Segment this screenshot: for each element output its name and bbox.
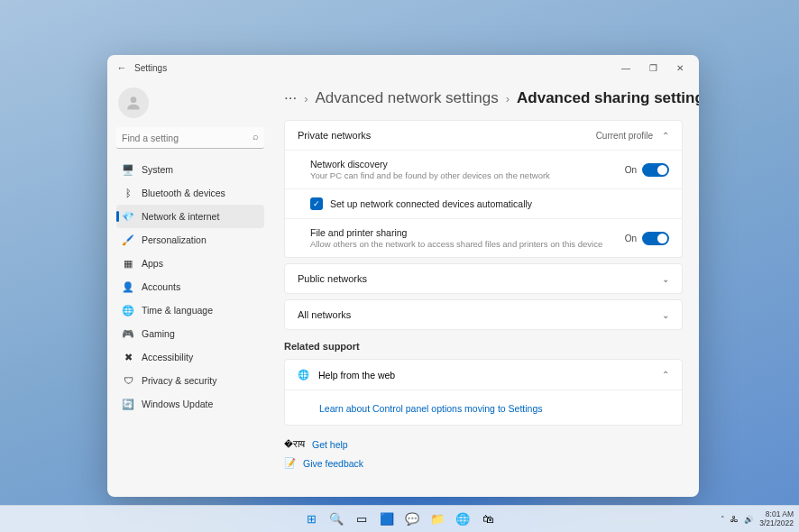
nav-icon: ✖ xyxy=(122,351,134,363)
clock[interactable]: 8:01 AM 3/21/2022 xyxy=(759,510,794,527)
row-subtitle: Allow others on the network to access sh… xyxy=(310,239,625,249)
nav-icon: 🌐 xyxy=(122,304,134,316)
breadcrumb-parent[interactable]: Advanced network settings xyxy=(316,89,499,107)
chevron-down-icon: ⌄ xyxy=(662,310,669,320)
breadcrumb-more[interactable]: ··· xyxy=(284,89,297,107)
nav-label: Bluetooth & devices xyxy=(142,188,225,198)
nav-icon: 🖌️ xyxy=(122,234,134,246)
edge-icon[interactable]: 🌐 xyxy=(452,509,473,530)
nav-icon: ᛒ xyxy=(122,187,134,199)
nav-label: Gaming xyxy=(142,328,175,339)
help-web-label: Help from the web xyxy=(318,370,653,381)
sidebar-item-gaming[interactable]: 🎮Gaming xyxy=(116,322,264,345)
widgets-icon[interactable]: 🟦 xyxy=(376,509,398,530)
all-networks-card: All networks ⌄ xyxy=(284,299,683,330)
tray-chevron-icon[interactable]: ˄ xyxy=(721,515,725,524)
system-tray[interactable]: ˄ 🖧 🔊 8:01 AM 3/21/2022 xyxy=(721,510,794,527)
settings-window: ← Settings — ❐ ✕ ⌕ 🖥️SystemᛒBluetooth & … xyxy=(107,55,699,497)
control-panel-link[interactable]: Learn about Control panel options moving… xyxy=(319,403,543,414)
nav-label: Time & language xyxy=(142,305,213,316)
search-taskbar-icon[interactable]: 🔍 xyxy=(326,509,347,530)
globe-icon: 🌐 xyxy=(298,369,309,381)
close-button[interactable]: ✕ xyxy=(666,55,693,80)
row-title: File and printer sharing xyxy=(310,227,625,238)
nav-icon: 👤 xyxy=(122,280,134,293)
minimize-button[interactable]: — xyxy=(612,55,639,80)
sidebar-item-bluetooth-devices[interactable]: ᛒBluetooth & devices xyxy=(116,181,264,205)
sidebar-item-accounts[interactable]: 👤Accounts xyxy=(116,275,264,298)
auto-setup-row: ✓ Set up network connected devices autom… xyxy=(285,188,682,218)
all-networks-header[interactable]: All networks ⌄ xyxy=(285,300,682,329)
nav-label: Personalization xyxy=(142,234,207,245)
start-button[interactable]: ⊞ xyxy=(300,509,322,530)
row-subtitle: Your PC can find and be found by other d… xyxy=(310,170,625,180)
search-box[interactable]: ⌕ xyxy=(116,127,264,149)
private-networks-card: Private networks Current profile ⌃ Netwo… xyxy=(284,120,683,258)
chevron-down-icon: ⌄ xyxy=(662,274,669,284)
window-title: Settings xyxy=(134,63,167,73)
private-networks-header[interactable]: Private networks Current profile ⌃ xyxy=(285,121,682,150)
explorer-icon[interactable]: 📁 xyxy=(427,509,448,530)
svg-point-0 xyxy=(131,96,137,103)
nav-icon: 🖥️ xyxy=(122,163,134,176)
nav-icon: 🛡 xyxy=(122,374,134,387)
nav-label: Network & internet xyxy=(142,211,219,222)
store-icon[interactable]: 🛍 xyxy=(477,509,499,530)
file-sharing-row: File and printer sharing Allow others on… xyxy=(285,218,682,257)
sidebar-item-accessibility[interactable]: ✖Accessibility xyxy=(116,345,264,369)
card-title: Private networks xyxy=(298,130,371,141)
volume-tray-icon[interactable]: 🔊 xyxy=(744,515,754,524)
sidebar-item-privacy-security[interactable]: 🛡Privacy & security xyxy=(116,369,264,392)
search-input[interactable] xyxy=(116,127,264,149)
avatar[interactable] xyxy=(118,87,149,118)
back-button[interactable]: ← xyxy=(113,62,131,73)
public-networks-header[interactable]: Public networks ⌄ xyxy=(285,264,682,293)
feedback-icon: 📝 xyxy=(284,457,296,469)
search-icon: ⌕ xyxy=(253,131,259,142)
maximize-button[interactable]: ❐ xyxy=(639,55,666,80)
sidebar: ⌕ 🖥️SystemᛒBluetooth & devices💎Network &… xyxy=(107,80,271,497)
chevron-up-icon: ⌃ xyxy=(662,370,669,380)
nav-icon: ▦ xyxy=(122,257,134,270)
network-discovery-toggle[interactable] xyxy=(642,163,669,177)
nav-label: System xyxy=(142,164,173,175)
nav-label: Accounts xyxy=(142,281,180,292)
related-support-heading: Related support xyxy=(284,341,683,352)
file-sharing-toggle[interactable] xyxy=(642,232,669,245)
help-web-header[interactable]: 🌐 Help from the web ⌃ xyxy=(285,360,682,390)
network-discovery-row: Network discovery Your PC can find and b… xyxy=(285,150,682,188)
sidebar-item-personalization[interactable]: 🖌️Personalization xyxy=(116,228,264,252)
toggle-state: On xyxy=(625,234,637,243)
nav-label: Apps xyxy=(142,258,163,269)
chat-icon[interactable]: 💬 xyxy=(401,509,423,530)
help-web-card: 🌐 Help from the web ⌃ Learn about Contro… xyxy=(284,359,683,426)
nav-icon: 🔄 xyxy=(122,398,134,410)
sidebar-item-apps[interactable]: ▦Apps xyxy=(116,252,264,275)
row-title: Network discovery xyxy=(310,159,625,170)
chevron-right-icon: › xyxy=(506,92,510,105)
nav-label: Privacy & security xyxy=(142,375,216,386)
taskbar: ⊞ 🔍 ▭ 🟦 💬 📁 🌐 🛍 ˄ 🖧 🔊 8:01 AM 3/21/2022 xyxy=(0,505,799,532)
toggle-state: On xyxy=(625,165,637,175)
nav-icon: 🎮 xyxy=(122,327,134,340)
nav-list: 🖥️SystemᛒBluetooth & devices💎Network & i… xyxy=(116,158,264,416)
card-title: Public networks xyxy=(298,273,367,284)
task-view-icon[interactable]: ▭ xyxy=(351,509,372,530)
sidebar-item-network-internet[interactable]: 💎Network & internet xyxy=(116,205,264,228)
sidebar-item-system[interactable]: 🖥️System xyxy=(116,158,264,181)
auto-setup-checkbox[interactable]: ✓ xyxy=(310,197,323,210)
get-help-link[interactable]: Get help xyxy=(312,439,348,450)
network-tray-icon[interactable]: 🖧 xyxy=(730,515,739,524)
current-profile-badge: Current profile xyxy=(596,131,653,141)
help-icon: �राय xyxy=(284,438,305,450)
sidebar-item-windows-update[interactable]: 🔄Windows Update xyxy=(116,392,264,416)
nav-icon: 💎 xyxy=(122,210,134,223)
feedback-link[interactable]: Give feedback xyxy=(303,458,363,469)
chevron-up-icon: ⌃ xyxy=(662,131,669,141)
public-networks-card: Public networks ⌄ xyxy=(284,263,683,294)
card-title: All networks xyxy=(298,309,351,320)
checkbox-label: Set up network connected devices automat… xyxy=(330,198,532,209)
nav-label: Windows Update xyxy=(142,399,213,409)
sidebar-item-time-language[interactable]: 🌐Time & language xyxy=(116,298,264,322)
chevron-right-icon: › xyxy=(304,92,308,105)
